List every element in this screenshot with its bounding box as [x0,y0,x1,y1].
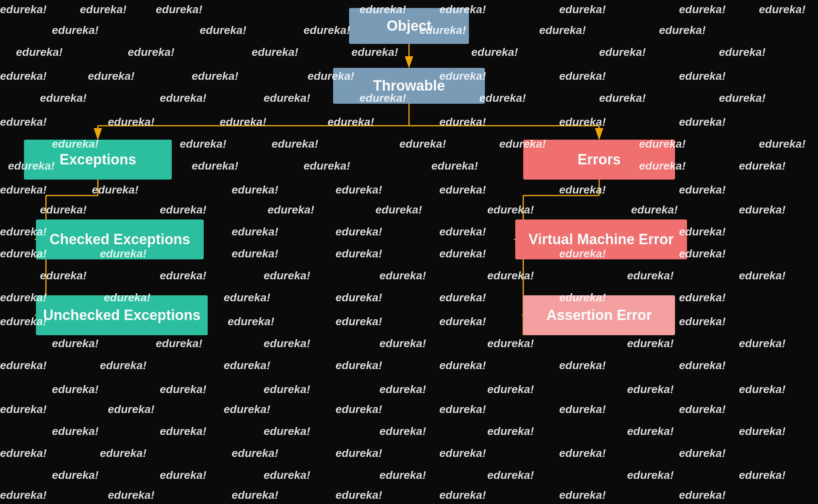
watermark-text: edureka! [759,3,806,16]
watermark-text: edureka! [627,425,674,438]
watermark-text: edureka! [559,70,606,83]
watermark-text: edureka! [739,269,786,282]
watermark-text: edureka! [479,92,526,105]
watermark-text: edureka! [739,337,786,350]
watermark-text: edureka! [336,315,382,328]
watermark-text: edureka! [719,92,766,105]
watermark-text: edureka! [487,425,534,438]
watermark-text: edureka! [100,359,147,372]
watermark-text: edureka! [375,204,422,216]
watermark-text: edureka! [128,46,175,59]
watermark-text: edureka! [439,447,486,460]
watermark-text: edureka! [379,337,426,350]
watermark-text: edureka! [439,247,486,260]
watermark-text: edureka! [160,383,206,396]
watermark-text: edureka! [156,337,203,350]
watermark-text: edureka! [351,46,398,59]
watermark-text: edureka! [336,225,382,238]
watermark-text: edureka! [264,469,310,482]
watermark-text: edureka! [232,225,278,238]
node-vme-label: Virtual Machine Error [528,231,673,248]
watermark-text: edureka! [336,447,382,460]
watermark-text: edureka! [487,469,534,482]
watermark-text: edureka! [559,3,606,16]
watermark-text: edureka! [559,359,606,372]
watermark-text: edureka! [108,489,155,502]
watermark-text: edureka! [487,269,534,282]
watermark-text: edureka! [679,3,726,16]
watermark-text: edureka! [719,46,766,59]
node-unchecked: Unchecked Exceptions [36,295,208,335]
watermark-text: edureka! [200,24,246,37]
watermark-text: edureka! [739,204,786,216]
node-vme: Virtual Machine Error [515,219,687,259]
node-exceptions: Exceptions [24,140,172,180]
node-object-label: Object [387,18,431,34]
watermark-text: edureka! [559,403,606,416]
watermark-text: edureka! [336,247,382,260]
watermark-text: edureka! [80,3,127,16]
watermark-text: edureka! [180,138,226,150]
watermark-text: edureka! [328,116,374,128]
node-checked-label: Checked Exceptions [50,231,190,248]
watermark-text: edureka! [439,489,486,502]
watermark-text: edureka! [304,160,350,172]
watermark-text: edureka! [0,489,47,502]
watermark-text: edureka! [439,184,486,196]
watermark-text: edureka! [40,204,87,216]
watermark-text: edureka! [52,425,99,438]
watermark-text: edureka! [399,138,446,150]
node-errors: Errors [523,140,675,180]
watermark-text: edureka! [379,269,426,282]
watermark-text: edureka! [539,24,586,37]
watermark-text: edureka! [759,138,806,150]
watermark-text: edureka! [487,204,534,216]
watermark-text: edureka! [559,116,606,128]
watermark-text: edureka! [224,359,270,372]
watermark-text: edureka! [739,383,786,396]
watermark-text: edureka! [431,160,478,172]
watermark-text: edureka! [108,116,155,128]
watermark-text: edureka! [0,447,47,460]
watermark-text: edureka! [679,447,726,460]
watermark-text: edureka! [487,383,534,396]
watermark-text: edureka! [599,92,646,105]
watermark-text: edureka! [379,469,426,482]
watermark-text: edureka! [0,403,47,416]
watermark-text: edureka! [627,269,674,282]
watermark-text: edureka! [627,337,674,350]
watermark-text: edureka! [559,447,606,460]
watermark-text: edureka! [228,315,274,328]
node-errors-label: Errors [578,151,621,168]
node-object: Object [349,8,469,44]
watermark-text: edureka! [739,160,786,172]
watermark-text: edureka! [336,291,382,304]
watermark-text: edureka! [232,447,278,460]
watermark-text: edureka! [627,383,674,396]
watermark-text: edureka! [220,116,266,128]
watermark-text: edureka! [224,291,270,304]
watermark-text: edureka! [232,184,278,196]
watermark-text: edureka! [439,403,486,416]
watermark-text: edureka! [679,291,726,304]
watermark-text: edureka! [108,403,155,416]
watermark-text: edureka! [40,92,87,105]
node-checked: Checked Exceptions [36,219,204,259]
watermark-text: edureka! [192,70,238,83]
watermark-text: edureka! [627,469,674,482]
watermark-text: edureka! [679,184,726,196]
watermark-text: edureka! [192,160,238,172]
watermark-text: edureka! [439,225,486,238]
watermark-text: edureka! [679,70,726,83]
node-assertion-label: Assertion Error [546,307,652,324]
watermark-text: edureka! [439,359,486,372]
watermark-text: edureka! [272,138,318,150]
watermark-text: edureka! [252,46,298,59]
watermark-text: edureka! [264,337,310,350]
watermark-text: edureka! [471,46,518,59]
watermark-text: edureka! [739,425,786,438]
watermark-text: edureka! [336,184,382,196]
watermark-text: edureka! [679,489,726,502]
watermark-text: edureka! [16,46,63,59]
watermark-text: edureka! [0,70,47,83]
